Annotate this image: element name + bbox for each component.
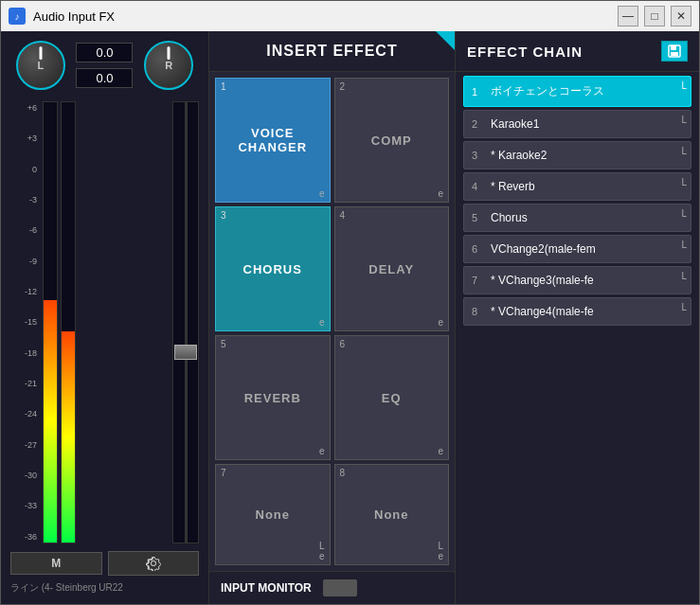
- value-display-r[interactable]: 0.0: [76, 68, 133, 88]
- effect-name-8: None: [374, 507, 409, 522]
- knob-r[interactable]: R: [144, 41, 193, 90]
- slot-e-3: e: [319, 317, 325, 328]
- effect-slot-8[interactable]: 8 None Le: [334, 464, 450, 565]
- knob-row: L 0.0 0.0 R: [10, 41, 199, 90]
- slot-e-4: e: [438, 317, 443, 328]
- chain-name-4: * Reverb: [491, 180, 683, 193]
- slot-number-7: 7: [221, 468, 226, 478]
- input-monitor-toggle[interactable]: [323, 579, 357, 596]
- mute-button[interactable]: M: [10, 552, 102, 575]
- knob-r-container: R: [144, 41, 193, 90]
- settings-button[interactable]: [108, 551, 200, 576]
- chain-num-7: 7: [472, 275, 485, 286]
- chain-list: 1 ボイチェンとコーラス L 2 Karaoke1 L 3 * Karaoke2…: [456, 72, 699, 604]
- effect-name-3: CHORUS: [243, 262, 302, 276]
- input-monitor-label: INPUT MONITOR: [221, 581, 312, 595]
- fader-track: [185, 102, 188, 543]
- svg-rect-2: [671, 52, 678, 56]
- meter-fill-r: [62, 331, 75, 543]
- chain-name-3: * Karaoke2: [491, 149, 683, 162]
- chain-item-1[interactable]: 1 ボイチェンとコーラス L: [463, 76, 691, 107]
- chain-item-4[interactable]: 4 * Reverb L: [463, 172, 691, 201]
- chain-l-5: L: [681, 208, 687, 219]
- slot-number-4: 4: [340, 210, 346, 221]
- fader-handle[interactable]: [174, 345, 197, 360]
- slot-e-7: Le: [319, 541, 325, 561]
- chain-name-8: * VChange4(male-fe: [491, 305, 683, 318]
- meter-bar-l: [43, 101, 58, 543]
- chain-l-1: L: [681, 80, 687, 91]
- knob-l-label: L: [37, 60, 44, 71]
- effect-name-7: None: [256, 507, 291, 522]
- gear-icon: [146, 556, 161, 571]
- input-monitor-bar: INPUT MONITOR: [209, 571, 455, 604]
- chain-item-5[interactable]: 5 Chorus L: [463, 204, 691, 232]
- chain-num-2: 2: [472, 118, 485, 130]
- effect-slot-6[interactable]: 6 EQ e: [334, 335, 450, 460]
- effect-name-4: DELAY: [368, 262, 414, 276]
- chain-name-6: VChange2(male-fem: [491, 242, 683, 256]
- maximize-button[interactable]: □: [644, 6, 665, 27]
- chain-l-3: L: [681, 146, 687, 156]
- slot-number-6: 6: [340, 339, 346, 349]
- chain-num-3: 3: [472, 150, 485, 161]
- input-label: ライン (4- Steinberg UR22: [10, 581, 199, 595]
- effect-slot-3[interactable]: 3 CHORUS e: [215, 206, 331, 331]
- chain-item-8[interactable]: 8 * VChange4(male-fe L: [463, 297, 691, 326]
- insert-effect-header: INSERT EFFECT: [209, 31, 455, 72]
- main-content: L 0.0 0.0 R +6 +3 0 -3: [1, 31, 699, 604]
- chain-save-icon[interactable]: [661, 41, 688, 62]
- chain-l-6: L: [681, 240, 687, 250]
- app-icon: ♪: [9, 8, 26, 25]
- meters-container: [43, 101, 167, 543]
- effect-slot-4[interactable]: 4 DELAY e: [334, 206, 450, 331]
- slot-number-8: 8: [340, 468, 346, 478]
- main-window: ♪ Audio Input FX — □ ✕ L 0.0 0.0: [0, 0, 700, 605]
- chain-l-8: L: [681, 302, 687, 312]
- chain-item-6[interactable]: 6 VChange2(male-fem L: [463, 235, 691, 263]
- svg-rect-1: [671, 45, 676, 50]
- effect-name-1: VOICECHANGER: [238, 126, 307, 154]
- effect-name-6: EQ: [382, 391, 402, 405]
- slot-e-6: e: [438, 446, 443, 456]
- close-button[interactable]: ✕: [671, 6, 691, 27]
- chain-item-2[interactable]: 2 Karaoke1 L: [463, 110, 691, 138]
- slot-number-5: 5: [221, 339, 226, 349]
- effect-name-2: COMP: [371, 133, 412, 148]
- chain-l-2: L: [681, 115, 687, 125]
- chain-name-7: * VChange3(male-fe: [491, 274, 683, 287]
- effect-slot-7[interactable]: 7 None Le: [215, 464, 331, 565]
- chain-num-4: 4: [472, 181, 485, 192]
- slot-e-2: e: [438, 188, 443, 199]
- slot-number-2: 2: [340, 81, 346, 92]
- chain-num-6: 6: [472, 243, 485, 255]
- effect-slot-1[interactable]: 1 VOICECHANGER e: [215, 78, 331, 203]
- effect-name-5: REVERB: [244, 391, 301, 405]
- effects-grid: 1 VOICECHANGER e 2 COMP e 3 CHORUS e: [209, 72, 455, 571]
- middle-panel: INSERT EFFECT 1 VOICECHANGER e 2 COMP e …: [209, 31, 456, 604]
- title-bar: ♪ Audio Input FX — □ ✕: [1, 1, 699, 31]
- chain-l-7: L: [681, 271, 687, 281]
- effect-chain-header: EFFECT CHAIN: [456, 31, 699, 72]
- effect-slot-2[interactable]: 2 COMP e: [334, 78, 450, 203]
- value-display-l[interactable]: 0.0: [76, 43, 133, 62]
- slot-number-3: 3: [221, 210, 226, 221]
- chain-item-7[interactable]: 7 * VChange3(male-fe L: [463, 266, 691, 294]
- fader-container: [172, 101, 199, 543]
- window-title: Audio Input FX: [33, 9, 618, 24]
- chain-l-4: L: [681, 177, 687, 187]
- effect-slot-5[interactable]: 5 REVERB e: [215, 335, 331, 460]
- knob-l-container: L: [16, 41, 65, 90]
- chain-item-3[interactable]: 3 * Karaoke2 L: [463, 141, 691, 169]
- minimize-button[interactable]: —: [618, 6, 638, 27]
- slot-e-8: Le: [438, 541, 443, 561]
- save-icon: [667, 44, 682, 59]
- slot-number-1: 1: [221, 81, 226, 92]
- left-panel: L 0.0 0.0 R +6 +3 0 -3: [1, 31, 209, 604]
- chain-num-8: 8: [472, 306, 485, 317]
- right-panel: EFFECT CHAIN 1 ボイチェンとコーラス L: [456, 31, 699, 604]
- knob-l[interactable]: L: [16, 41, 65, 90]
- window-controls: — □ ✕: [618, 6, 691, 27]
- meter-fill-l: [44, 300, 57, 543]
- meter-section: +6 +3 0 -3 -6 -9 -12 -15 -18 -21 -24 -27…: [10, 101, 199, 543]
